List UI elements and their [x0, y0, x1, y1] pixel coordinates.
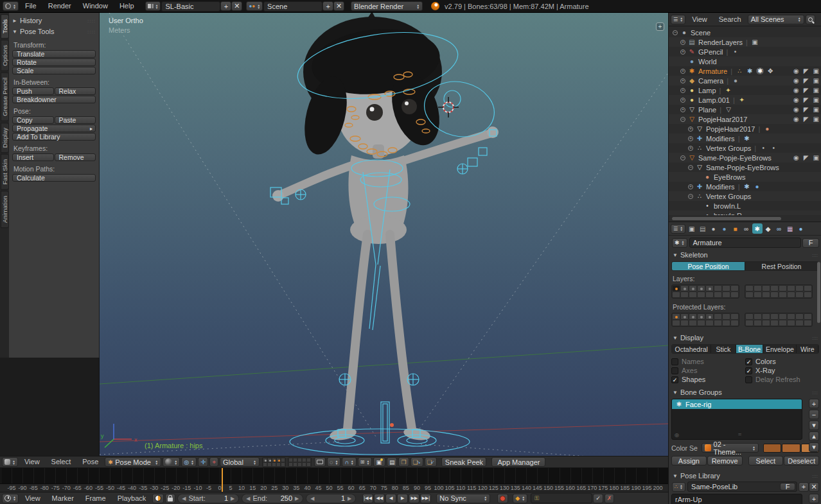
armature-layer-cell[interactable]: [779, 291, 787, 298]
layer-cell[interactable]: [297, 458, 302, 462]
render-engine-select[interactable]: Blender Render▲▼: [351, 1, 423, 11]
pose-item-rarm-up[interactable]: rArm-Up: [672, 494, 802, 504]
armature-layer-cell[interactable]: [730, 313, 739, 320]
armature-layer-cell[interactable]: [730, 285, 739, 291]
outliner-display-mode-button[interactable]: ☰▲▼: [671, 15, 685, 24]
deselect-button[interactable]: Deselect: [784, 456, 819, 465]
restrict-render-icon[interactable]: ▣: [813, 96, 819, 103]
layer-cell[interactable]: [281, 458, 285, 462]
outliner-row-scene[interactable]: −●Scene: [669, 28, 821, 37]
outliner-row-gpencil[interactable]: +✎GPencil|•: [669, 47, 821, 56]
add-pose-button[interactable]: +: [809, 494, 819, 503]
outliner-row-armature[interactable]: +✱Armature|∴✱✱✥◉◤▣: [669, 66, 821, 76]
outliner-view-menu[interactable]: View: [686, 13, 713, 26]
armature-layer-cell[interactable]: [779, 320, 787, 326]
keying-set-icon[interactable]: ◆▲▼: [513, 494, 527, 503]
color-set-select[interactable]: 02 - Theme...▲▼: [702, 443, 759, 453]
menu-window[interactable]: Window: [77, 0, 114, 12]
layer-cell[interactable]: [276, 462, 281, 467]
bone-group-item[interactable]: ✱Face-rig: [672, 399, 802, 409]
rotate-button[interactable]: Rotate: [12, 58, 96, 66]
toolshelf-tab-tools[interactable]: Tools: [1, 14, 9, 39]
menu-file[interactable]: File: [19, 0, 42, 12]
viewport-canvas[interactable]: x y: [100, 13, 668, 456]
expander-icon[interactable]: +: [688, 126, 693, 132]
proportional-edit-icon[interactable]: ◌▲▼: [327, 457, 340, 467]
armature-layer-cell[interactable]: [795, 313, 804, 320]
properties-editor-type-button[interactable]: ☰▲▼: [671, 224, 685, 234]
screen-layout-field[interactable]: SL-Basic: [161, 1, 220, 12]
close-layout-button[interactable]: ✕: [231, 1, 242, 11]
viewport-shading-button[interactable]: ▲▼: [163, 457, 180, 467]
display-mode-envelope[interactable]: Envelope: [763, 345, 797, 353]
outliner-search-icon[interactable]: [806, 15, 815, 24]
expander-icon[interactable]: −: [688, 165, 693, 170]
expander-icon[interactable]: −: [680, 155, 685, 161]
outliner-row-modifiers[interactable]: +✚Modifiers|✱●: [669, 182, 821, 191]
orientation-select[interactable]: Global▲▼: [220, 457, 260, 467]
add-bone-group-button[interactable]: +: [809, 399, 819, 408]
restrict-render-icon[interactable]: ▣: [813, 67, 819, 74]
restrict-view-icon[interactable]: ◉: [793, 106, 799, 113]
viewport-menu-select[interactable]: Select: [46, 456, 77, 468]
armature-layer-cell[interactable]: [714, 285, 722, 291]
layer-cell[interactable]: [267, 462, 272, 467]
restrict-render-icon[interactable]: ▣: [813, 87, 819, 94]
toolshelf-tab-display[interactable]: Display: [1, 123, 9, 153]
properties-scrollbar[interactable]: [817, 262, 820, 323]
armature-layer-cell[interactable]: [680, 313, 689, 320]
snap-element-icon[interactable]: ⊞▲▼: [358, 457, 373, 467]
list-resize-grip[interactable]: ＝: [737, 430, 743, 439]
start-frame-field[interactable]: ◀Start:1▶: [177, 494, 239, 503]
display-mode-stick[interactable]: Stick: [711, 345, 736, 353]
outliner-row-vertex-groups[interactable]: −∴Vertex Groups: [669, 191, 821, 201]
opengl-render-icon[interactable]: ▣: [373, 457, 385, 467]
armature-layer-cell[interactable]: [745, 285, 754, 291]
pose-tools-panel-header[interactable]: ▼Pose Tools::::: [11, 26, 97, 37]
properties-tab-bone[interactable]: ◆: [763, 223, 773, 234]
armature-layer-cell[interactable]: [680, 291, 689, 298]
layer-cell[interactable]: [293, 462, 297, 467]
layer-cell[interactable]: [302, 458, 306, 462]
armature-layer-cell[interactable]: [705, 320, 714, 326]
armature-layer-cell[interactable]: [779, 313, 787, 320]
timeline-menu-playback[interactable]: Playback: [112, 492, 152, 504]
viewport-menu-pose[interactable]: Pose: [76, 456, 104, 468]
toolshelf-tab-grease-pencil[interactable]: Grease Pencil: [1, 73, 9, 121]
armature-layer-cell[interactable]: [770, 313, 779, 320]
armature-layer-cell[interactable]: [722, 291, 730, 298]
pose-library-name-field[interactable]: Same-PoseLibF: [687, 482, 797, 492]
next-keyframe-button[interactable]: ▶▶: [409, 494, 419, 503]
armature-layer-cell[interactable]: [804, 291, 812, 298]
move-bone-group-up-button[interactable]: ▴: [809, 431, 819, 441]
history-panel-header[interactable]: ►History::::: [11, 15, 97, 26]
expander-icon[interactable]: +: [680, 88, 685, 93]
outliner-row-browin-r[interactable]: •browIn.R: [669, 211, 821, 215]
screen-lock-icon[interactable]: [314, 457, 326, 467]
layer-cell[interactable]: [302, 462, 306, 467]
armature-layer-cell[interactable]: [804, 320, 812, 326]
armature-layer-cell[interactable]: [730, 320, 739, 326]
add-to-library-button[interactable]: Add To Library: [12, 133, 96, 141]
expander-icon[interactable]: −: [688, 194, 693, 199]
pose-library-fake-user-button[interactable]: F: [780, 483, 795, 491]
checkbox-shapes[interactable]: ✓: [671, 376, 678, 383]
armature-layer-cell[interactable]: [730, 291, 739, 298]
armature-layer-cell[interactable]: [804, 285, 812, 291]
id-type-icon[interactable]: ✱▲▼: [672, 238, 687, 248]
outliner-row-browin-l[interactable]: •browIn.L: [669, 201, 821, 211]
expander-icon[interactable]: +: [688, 136, 693, 141]
editor-type-button[interactable]: ▲▼: [2, 457, 18, 467]
restrict-select-icon[interactable]: ◤: [804, 77, 809, 84]
outliner-row-camera[interactable]: +◆Camera|●◉◤▣: [669, 76, 821, 85]
armature-layer-cell[interactable]: [714, 320, 722, 326]
outliner-row-plane[interactable]: +▽Plane|▽◉◤▣: [669, 105, 821, 114]
toolshelf-tab-options[interactable]: Options: [1, 40, 9, 71]
paste-button[interactable]: Paste: [55, 116, 96, 124]
screen-layout-icon[interactable]: ▲▼: [145, 1, 161, 11]
rest-position-button[interactable]: Rest Position: [745, 262, 818, 270]
armature-layer-cell[interactable]: [672, 291, 680, 298]
display-mode-wire[interactable]: Wire: [797, 345, 818, 353]
expander-icon[interactable]: +: [688, 146, 693, 151]
properties-tab-object-data[interactable]: ✱: [752, 223, 763, 234]
